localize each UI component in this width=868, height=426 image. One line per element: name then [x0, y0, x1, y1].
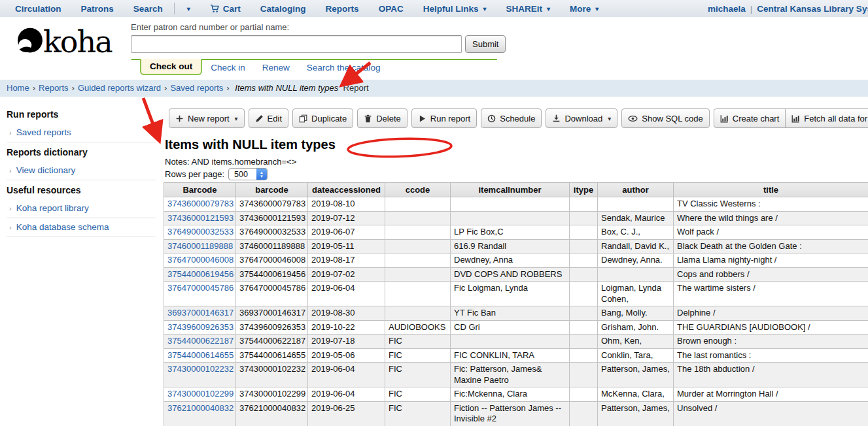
- sidebar-item-view-dictionary[interactable]: ›View dictionary: [7, 161, 156, 180]
- barcode-link[interactable]: 37544000622187: [167, 336, 234, 346]
- cell-dateaccessioned: 2019-05-06: [308, 348, 385, 363]
- toolbar-button-create-chart[interactable]: Create chart: [714, 108, 786, 128]
- nav-item-search[interactable]: Search: [124, 0, 173, 17]
- nav-item-more[interactable]: More▾: [560, 0, 608, 17]
- sidebar-link-koha-database-schema[interactable]: Koha database schema: [16, 222, 109, 232]
- koha-logo[interactable]: koha: [14, 25, 112, 59]
- download-icon: [552, 114, 561, 123]
- toolbar-button-label: Show SQL code: [642, 114, 703, 123]
- sidebar-link-view-dictionary[interactable]: View dictionary: [16, 165, 76, 175]
- tab-search-the-catalog[interactable]: Search the catalog: [298, 60, 389, 75]
- table-row: 36937000146317369370001463172019-08-30YT…: [164, 306, 868, 321]
- barcode-link[interactable]: 37649000032533: [167, 227, 234, 237]
- nav-search-dropdown[interactable]: ▾: [176, 0, 200, 17]
- cell-title: The wartime sisters /: [674, 282, 868, 306]
- nav-item-label: Circulation: [15, 4, 61, 14]
- toolbar-button-fetch-all-data-for-chart[interactable]: Fetch all data for chart: [785, 108, 868, 128]
- chart-icon: [720, 114, 729, 123]
- library-name-link[interactable]: Central Kansas Library Syst: [757, 4, 868, 14]
- cell-itemcallnumber: Fic Loigman, Lynda: [451, 282, 570, 306]
- duplicate-icon: [299, 114, 307, 123]
- tab-check-out[interactable]: Check out: [140, 59, 202, 75]
- barcode-link[interactable]: 37460001189888: [167, 241, 233, 251]
- sidebar-item-saved-reports[interactable]: ›Saved reports: [7, 123, 156, 142]
- nav-item-label: Cart: [223, 4, 241, 14]
- sidebar-item-koha-report-library[interactable]: ›Koha report library: [7, 199, 156, 218]
- sidebar-item-koha-database-schema[interactable]: ›Koha database schema: [7, 218, 156, 237]
- cell-itemcallnumber: FIC CONKLIN, TARA: [451, 348, 570, 363]
- logged-in-user-link[interactable]: michaela: [708, 4, 746, 14]
- toolbar-button-edit[interactable]: Edit: [249, 108, 288, 128]
- cell-dateaccessioned: 2019-10-22: [308, 320, 385, 335]
- barcode-link[interactable]: 36937000146317: [167, 308, 234, 318]
- nav-item-opac[interactable]: OPAC: [369, 0, 413, 17]
- toolbar-button-new-report[interactable]: New report▾: [169, 108, 245, 128]
- cell-ccode: FIC: [385, 401, 451, 426]
- nav-item-helpful-links[interactable]: Helpful Links▾: [413, 0, 496, 17]
- barcode-link[interactable]: 37647000045786: [167, 283, 234, 293]
- caret-down-icon: ▾: [235, 115, 238, 122]
- nav-item-cart[interactable]: Cart: [200, 0, 251, 17]
- toolbar-button-schedule[interactable]: Schedule: [481, 108, 542, 128]
- nav-item-shareit[interactable]: SHAREit▾: [496, 0, 560, 17]
- cell-ccode: FIC: [385, 348, 451, 363]
- cell-dateaccessioned: 2019-08-30: [308, 306, 385, 321]
- cell-itemcallnumber: [451, 335, 570, 349]
- column-header-itemcallnumber[interactable]: itemcallnumber: [451, 183, 570, 197]
- toolbar-button-run-report[interactable]: Run report: [411, 108, 477, 128]
- column-header-author[interactable]: author: [598, 183, 674, 197]
- barcode-link[interactable]: 37430000102232: [167, 364, 234, 374]
- barcode-link[interactable]: 37436000079783: [167, 199, 234, 208]
- nav-item-circulation[interactable]: Circulation: [5, 0, 71, 17]
- barcode-link[interactable]: 37544000619456: [167, 269, 234, 279]
- column-header-barcode[interactable]: Barcode: [164, 183, 236, 197]
- column-header-title[interactable]: title: [674, 183, 868, 197]
- cell-title: Where the wild things are /: [674, 211, 868, 225]
- cell-title: Black Death at the Golden Gate :: [674, 239, 868, 254]
- breadcrumb-separator: ›: [226, 83, 229, 93]
- column-header-dateaccessioned[interactable]: dateaccessioned: [308, 183, 385, 197]
- tab-check-in[interactable]: Check in: [202, 60, 254, 75]
- breadcrumb-link-saved-reports[interactable]: Saved reports: [170, 83, 223, 93]
- barcode-link[interactable]: 37544000614655: [167, 350, 234, 360]
- barcode-link[interactable]: 37647000046008: [167, 255, 234, 265]
- toolbar-button-delete[interactable]: Delete: [357, 108, 408, 128]
- breadcrumb-link-home[interactable]: Home: [7, 83, 29, 93]
- sidebar-link-koha-report-library[interactable]: Koha report library: [16, 203, 89, 213]
- select-stepper-icon: ▲▼: [256, 168, 267, 180]
- cell-ccode: [385, 197, 451, 212]
- barcode-link[interactable]: 37436000121593: [167, 213, 234, 223]
- caret-down-icon: ▾: [483, 5, 486, 12]
- toolbar-button-duplicate[interactable]: Duplicate: [292, 108, 353, 128]
- nav-item-label: OPAC: [379, 4, 404, 14]
- nav-item-reports[interactable]: Reports: [316, 0, 369, 17]
- rows-per-page-select[interactable]: 500 ▲▼: [228, 168, 268, 180]
- breadcrumb-link-guided-reports-wizard[interactable]: Guided reports wizard: [78, 83, 161, 93]
- patron-search-label: Enter patron card number or partial name…: [131, 22, 536, 32]
- toolbar-button-show-sql-code[interactable]: Show SQL code: [621, 108, 709, 128]
- cell-author: Randall, David K.,: [598, 239, 674, 254]
- barcode-link[interactable]: 37621000040832: [167, 403, 234, 413]
- column-header-ccode[interactable]: ccode: [385, 183, 451, 197]
- breadcrumb-link-reports[interactable]: Reports: [39, 83, 69, 93]
- eye-icon: [628, 114, 638, 123]
- toolbar-button-label: Download: [564, 114, 602, 123]
- patron-search-input[interactable]: [131, 35, 462, 53]
- cell-author: Dewdney, Anna.: [598, 254, 674, 268]
- nav-item-cataloging[interactable]: Cataloging: [251, 0, 316, 17]
- column-header-barcode[interactable]: barcode: [236, 183, 308, 197]
- toolbar-button-download[interactable]: Download▾: [546, 108, 617, 128]
- cell-author: Box, C. J.,: [598, 225, 674, 240]
- breadcrumb-current-report-title: Items with NULL item types: [235, 83, 338, 93]
- report-toolbar: New report▾EditDuplicateDeleteRun report…: [169, 108, 868, 128]
- barcode-link[interactable]: 37439600926353: [167, 322, 234, 332]
- submit-button[interactable]: Submit: [465, 35, 506, 53]
- nav-item-patrons[interactable]: Patrons: [71, 0, 124, 17]
- cell-barcode: 36937000146317: [164, 306, 236, 321]
- column-header-itype[interactable]: itype: [570, 183, 598, 197]
- tab-renew[interactable]: Renew: [254, 60, 298, 75]
- sidebar-link-saved-reports[interactable]: Saved reports: [16, 127, 71, 137]
- barcode-link[interactable]: 37430000102299: [167, 389, 234, 399]
- breadcrumb: Home›Reports›Guided reports wizard›Saved…: [0, 80, 868, 97]
- cell-dateaccessioned: 2019-07-12: [308, 211, 385, 225]
